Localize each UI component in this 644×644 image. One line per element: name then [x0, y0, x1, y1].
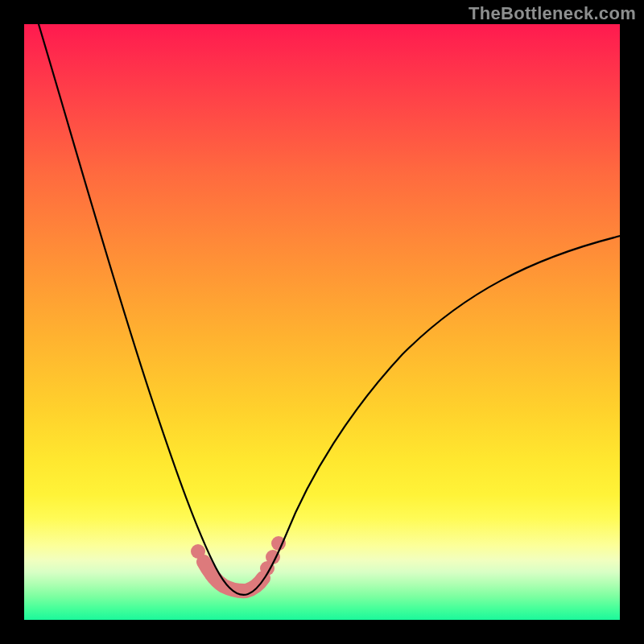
- watermark-label: TheBottleneck.com: [469, 3, 636, 24]
- bottleneck-curve: [36, 24, 620, 595]
- highlight-dot: [191, 544, 205, 559]
- optimal-zone-highlight: [204, 562, 263, 591]
- chart-plot-area: [24, 24, 620, 620]
- chart-svg: [24, 24, 620, 620]
- frame: TheBottleneck.com: [0, 0, 644, 644]
